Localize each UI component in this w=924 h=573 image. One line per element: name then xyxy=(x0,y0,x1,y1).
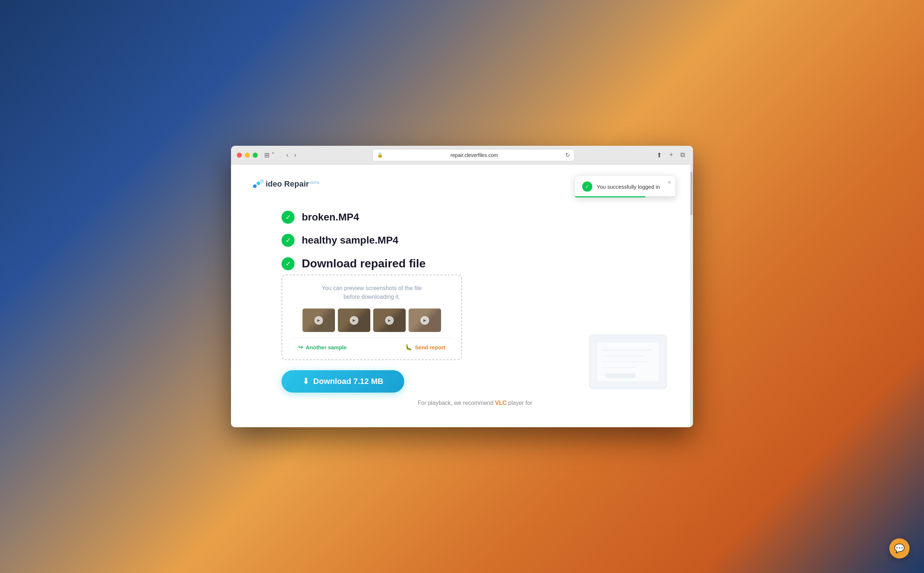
thumbnails-row: ▶ ▶ ▶ ▶ xyxy=(291,308,453,332)
alpha-badge: alpha xyxy=(310,180,319,185)
browser-content-wrapper: ideo Repairalpha ✓ You successfully logg… xyxy=(231,164,693,427)
chat-button[interactable]: 💬 xyxy=(890,539,910,559)
download-icon: ⬇ xyxy=(302,377,309,386)
url-text: repair.cleverfiles.com xyxy=(386,152,562,158)
download-button-label: Download 7.12 MB xyxy=(313,377,383,386)
preview-actions: ↪ Another sample 🐛 Send report xyxy=(291,338,453,351)
maximize-window-button[interactable] xyxy=(253,153,258,158)
traffic-lights xyxy=(237,153,258,158)
vlc-link[interactable]: VLC xyxy=(495,400,507,406)
step-3-label: Download repaired file xyxy=(302,257,426,270)
toast-check-icon: ✓ xyxy=(582,182,592,192)
browser-content: ideo Repairalpha ✓ You successfully logg… xyxy=(231,164,690,427)
page: ideo Repairalpha ✓ You successfully logg… xyxy=(231,164,690,427)
sidebar-toggle-button[interactable]: ⊞ ˅ xyxy=(262,150,277,161)
navigation-buttons: ‹ › xyxy=(284,150,299,160)
svg-point-2 xyxy=(260,179,264,183)
send-report-label: Send report xyxy=(415,344,445,351)
svg-rect-9 xyxy=(605,373,636,378)
steps-list: ✓ broken.MP4 ✓ healthy sample.MP4 ✓ Down… xyxy=(253,211,669,270)
toast-message: You successfully logged in xyxy=(597,184,660,190)
close-window-button[interactable] xyxy=(237,153,242,158)
play-icon-3: ▶ xyxy=(385,316,394,325)
preview-box: You can preview screenshots of the fileb… xyxy=(282,275,462,360)
play-icon-2: ▶ xyxy=(350,316,359,325)
new-tab-button[interactable]: + xyxy=(667,150,675,161)
play-icon-1: ▶ xyxy=(314,316,323,325)
browser-window: ⊞ ˅ ‹ › 🔒 repair.cleverfiles.com ↻ ⬆ + ⧉ xyxy=(231,146,693,427)
logo-text: ideo Repairalpha xyxy=(266,179,319,189)
tabs-button[interactable]: ⧉ xyxy=(678,150,687,161)
preview-description: You can preview screenshots of the fileb… xyxy=(291,284,453,301)
svg-point-1 xyxy=(257,182,260,185)
refresh-button[interactable]: ↻ xyxy=(565,152,570,158)
thumbnail-3[interactable]: ▶ xyxy=(373,308,406,332)
another-sample-button[interactable]: ↪ Another sample xyxy=(298,344,346,351)
another-sample-icon: ↪ xyxy=(298,344,303,351)
thumbnail-1[interactable]: ▶ xyxy=(302,308,335,332)
step-1-check-icon: ✓ xyxy=(282,211,294,224)
lock-icon: 🔒 xyxy=(377,152,383,158)
step-3-check-icon: ✓ xyxy=(282,257,294,270)
title-bar: ⊞ ˅ ‹ › 🔒 repair.cleverfiles.com ↻ ⬆ + ⧉ xyxy=(231,146,693,164)
play-icon-4: ▶ xyxy=(420,316,429,325)
step-2-check-icon: ✓ xyxy=(282,234,294,247)
share-button[interactable]: ⬆ xyxy=(655,150,664,161)
forward-button[interactable]: › xyxy=(292,150,299,160)
logo-icon xyxy=(253,179,264,189)
toast-notification: ✓ You successfully logged in × xyxy=(575,175,676,198)
thumbnail-2[interactable]: ▶ xyxy=(338,308,370,332)
toast-progress-fill xyxy=(575,196,645,197)
back-button[interactable]: ‹ xyxy=(284,150,291,160)
playback-suffix: player for xyxy=(507,400,532,406)
chat-icon: 💬 xyxy=(894,543,905,554)
download-button[interactable]: ⬇ Download 7.12 MB xyxy=(282,370,404,393)
toast-progress-bar xyxy=(575,196,675,197)
playback-prefix: For playback, we recommend xyxy=(418,400,495,406)
step-item-2: ✓ healthy sample.MP4 xyxy=(282,234,669,247)
thumbnail-4[interactable]: ▶ xyxy=(409,308,441,332)
svg-point-0 xyxy=(253,185,257,188)
scrollbar[interactable] xyxy=(690,164,693,427)
step-1-label: broken.MP4 xyxy=(302,211,359,223)
send-report-button[interactable]: 🐛 Send report xyxy=(405,344,445,351)
illustration xyxy=(582,312,690,413)
send-report-icon: 🐛 xyxy=(405,344,412,351)
minimize-window-button[interactable] xyxy=(245,153,250,158)
step-item-1: ✓ broken.MP4 xyxy=(282,211,669,224)
toolbar-right: ⬆ + ⧉ xyxy=(655,150,687,161)
step-item-3: ✓ Download repaired file xyxy=(282,257,669,270)
address-bar[interactable]: 🔒 repair.cleverfiles.com ↻ xyxy=(373,149,575,161)
toast-close-button[interactable]: × xyxy=(668,179,671,186)
scrollbar-thumb[interactable] xyxy=(691,172,693,215)
another-sample-label: Another sample xyxy=(306,344,346,351)
step-2-label: healthy sample.MP4 xyxy=(302,235,398,246)
